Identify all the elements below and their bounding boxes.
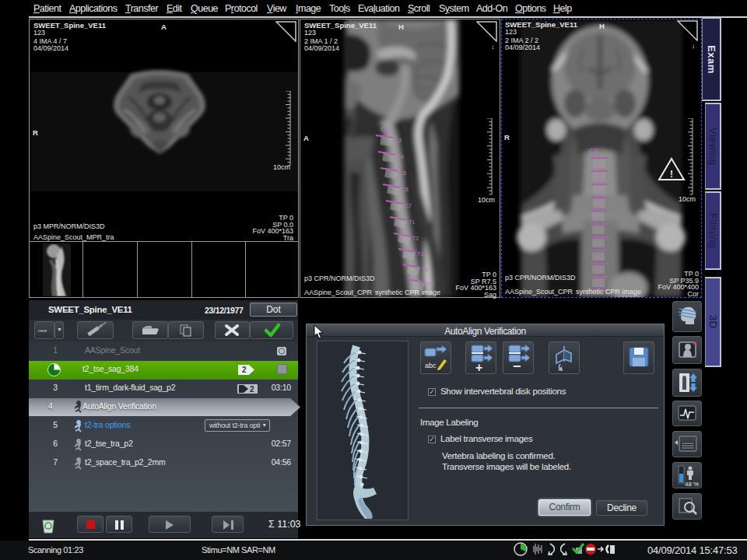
svg-text:T2: T2 xyxy=(594,242,601,247)
svg-text:C7: C7 xyxy=(594,215,601,221)
svg-text:T4: T4 xyxy=(422,267,428,272)
svg-text:C4: C4 xyxy=(595,176,602,181)
svg-text:C5: C5 xyxy=(399,170,406,176)
svg-text:C2: C2 xyxy=(381,125,390,133)
svg-text:C2: C2 xyxy=(589,147,598,155)
svg-text:T4: T4 xyxy=(594,268,601,274)
svg-text:48 %: 48 % xyxy=(685,481,699,488)
svg-text:C6: C6 xyxy=(402,187,409,192)
svg-text:abc: abc xyxy=(425,362,437,369)
svg-text:C5: C5 xyxy=(595,189,602,194)
svg-text:+: + xyxy=(475,361,482,373)
svg-text:C6: C6 xyxy=(595,202,602,208)
svg-text:!: ! xyxy=(670,169,673,180)
svg-text:T3: T3 xyxy=(417,251,423,257)
svg-text:C7: C7 xyxy=(405,203,412,208)
svg-text:C3: C3 xyxy=(595,163,602,168)
svg-text:2: 2 xyxy=(250,385,254,394)
svg-text:T3: T3 xyxy=(594,255,601,261)
svg-text:T2: T2 xyxy=(412,236,419,241)
svg-text:−: − xyxy=(513,359,521,373)
svg-text:2: 2 xyxy=(242,366,247,374)
svg-text:T1: T1 xyxy=(594,229,601,234)
svg-text:T1: T1 xyxy=(409,219,415,225)
svg-text:C3: C3 xyxy=(395,138,402,143)
svg-text:C4: C4 xyxy=(397,154,404,159)
svg-text:T5: T5 xyxy=(426,282,433,287)
svg-text:T5: T5 xyxy=(594,282,601,287)
